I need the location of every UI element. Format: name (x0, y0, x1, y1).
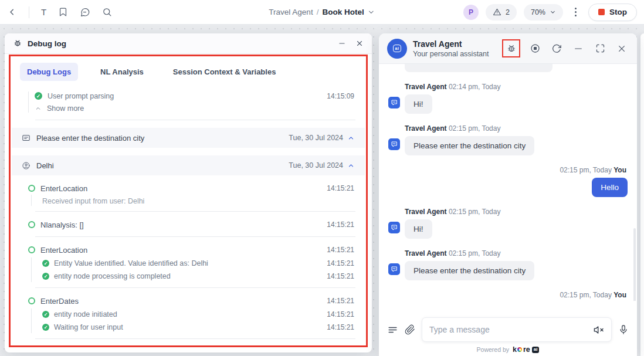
bot-avatar (388, 138, 400, 150)
debug-icon[interactable] (502, 39, 520, 57)
refresh-icon[interactable] (550, 42, 564, 56)
top-toolbar: T Travel Agent / Book Hotel P 2 70% (0, 0, 644, 25)
bot-message-bubble[interactable]: Please enter the destination city (405, 136, 534, 155)
log-message-date[interactable]: Tue, 30 Jul 2024 (289, 161, 355, 169)
caret-up-blue-icon (347, 134, 355, 142)
comment-icon[interactable] (80, 7, 90, 18)
chat-message-group: Travel Agent 02:14 pm, TodayHi! (388, 83, 628, 114)
tab-nl-analysis[interactable]: NL Analysis (93, 63, 151, 81)
log-node-header: EnterDates14:15:21 (28, 294, 355, 307)
bot-message-bubble[interactable]: Please enter the destination city (405, 261, 534, 280)
user-avatar[interactable]: P (463, 5, 479, 20)
log-divider (35, 120, 355, 120)
message-input[interactable] (429, 325, 593, 334)
powered-by-label: Powered by (477, 346, 509, 353)
bot-avatar (388, 222, 400, 233)
log-message-row[interactable]: Please enter the destination cityTue, 30… (12, 128, 365, 148)
log-node-title: Nlanalysis: [] (40, 221, 84, 229)
log-timestamp: 14:15:21 (327, 323, 354, 331)
user-message-bubble[interactable]: Hello (592, 178, 628, 197)
log-timestamp: 14:15:21 (327, 272, 354, 280)
chat-window: ai Travel Agent Your personal assistant (379, 33, 637, 356)
check-circle-icon: ✓ (42, 260, 49, 267)
warnings-pill[interactable]: 2 (486, 4, 517, 21)
close-icon[interactable] (615, 42, 629, 56)
debug-log-titlebar[interactable]: Debug log (5, 33, 372, 54)
breadcrumb-current[interactable]: Book Hotel (322, 8, 364, 16)
fullscreen-icon[interactable] (593, 42, 607, 56)
log-timestamp: 14:15:21 (327, 246, 354, 254)
kore-ai-badge: ai (532, 347, 540, 353)
attachment-icon[interactable] (405, 324, 415, 335)
text-tool-icon[interactable]: T (41, 7, 46, 17)
chat-message-group: Travel Agent 02:15 pm, TodayHi! (388, 208, 628, 239)
chat-message-group: 02:15 pm, Today YouDelhi (388, 291, 628, 301)
log-child-row: ✓entity node initiated14:15:21 (32, 308, 355, 320)
check-circle-icon: ✓ (42, 311, 49, 318)
user-message-icon (22, 161, 30, 170)
chevron-down-icon[interactable] (368, 8, 375, 16)
log-timestamp: 14:15:21 (327, 310, 354, 318)
close-icon[interactable] (355, 39, 364, 48)
log-steps-block: ✓User prompt parsing14:15:09Show more (28, 90, 355, 114)
log-timestamp: 14:15:21 (327, 184, 354, 192)
log-node-group: Nlanalysis: []14:15:21 (28, 218, 355, 231)
message-sender: Travel Agent (405, 124, 447, 133)
minimize-icon[interactable] (338, 39, 346, 48)
breadcrumb-parent[interactable]: Travel Agent (269, 8, 313, 16)
chat-message-group: 02:15 pm, Today YouHello (388, 166, 628, 197)
kore-logo: kreai (513, 345, 539, 354)
chat-header: ai Travel Agent Your personal assistant (379, 33, 637, 64)
breadcrumb[interactable]: Travel Agent / Book Hotel (269, 8, 375, 16)
search-icon[interactable] (102, 7, 112, 17)
message-field[interactable] (422, 317, 612, 342)
message-meta: Travel Agent 02:15 pm, Today (405, 249, 626, 257)
partial-message-bubble (405, 64, 553, 72)
show-more-row[interactable]: Show more (28, 102, 355, 114)
chat-message-area[interactable]: Travel Agent 02:14 pm, TodayHi!Travel Ag… (379, 64, 637, 301)
log-divider (35, 211, 355, 212)
log-child-row: ✓entity node processing is completed14:1… (32, 270, 355, 282)
message-meta: Travel Agent 02:15 pm, Today (405, 208, 626, 216)
back-icon[interactable] (7, 7, 17, 17)
log-node-group: EnterDates14:15:21✓entity node initiated… (28, 294, 355, 333)
chat-input-bar (379, 317, 637, 342)
log-node-group: Transitioning from EnterLocation to Ente… (28, 345, 355, 347)
bot-message-icon (22, 134, 30, 143)
log-step-text: Show more (47, 104, 84, 113)
stop-button[interactable]: Stop (588, 4, 637, 21)
bot-message-row: Hi! (388, 219, 628, 239)
log-message-date[interactable]: Tue, 30 Jul 2024 (289, 134, 355, 142)
zoom-level-dropdown[interactable]: 70% (524, 4, 563, 21)
stop-icon (598, 9, 605, 15)
minimize-icon[interactable] (571, 42, 585, 56)
powered-by: Powered by kreai (379, 345, 637, 354)
bug-icon (13, 39, 22, 48)
chat-subtitle: Your personal assistant (413, 50, 489, 58)
check-circle-icon: ✓ (35, 92, 42, 100)
breadcrumb-separator: / (317, 8, 319, 16)
bookmark-icon[interactable] (58, 7, 68, 17)
tab-debug-logs[interactable]: Debug Logs (20, 63, 78, 81)
log-node-body: ✓Entity Value identified. Value identifi… (31, 257, 355, 282)
chat-scrollbar[interactable] (633, 228, 636, 301)
bot-avatar (388, 97, 400, 109)
bot-message-bubble[interactable]: Hi! (405, 94, 432, 114)
message-meta: 02:15 pm, Today You (560, 166, 626, 174)
log-message-row[interactable]: DelhiTue, 30 Jul 2024 (12, 155, 365, 175)
log-node-group: EnterLocation14:15:21✓Entity Value ident… (28, 243, 355, 282)
log-child-text: entity node processing is completed (54, 272, 171, 280)
message-sender: Travel Agent (405, 249, 447, 257)
menu-icon[interactable] (387, 324, 398, 335)
check-circle-icon: ✓ (42, 273, 49, 280)
record-icon[interactable] (528, 42, 542, 56)
more-vertical-icon[interactable] (570, 5, 581, 19)
tab-session-context-variables[interactable]: Session Context & Variables (166, 63, 283, 81)
log-divider (35, 338, 355, 339)
check-circle-icon: ✓ (42, 324, 49, 331)
mute-speaker-icon[interactable] (593, 324, 604, 335)
microphone-icon[interactable] (618, 324, 629, 335)
log-child-text: entity node initiated (54, 310, 117, 318)
message-meta: Travel Agent 02:15 pm, Today (405, 124, 626, 133)
bot-message-bubble[interactable]: Hi! (405, 219, 432, 239)
